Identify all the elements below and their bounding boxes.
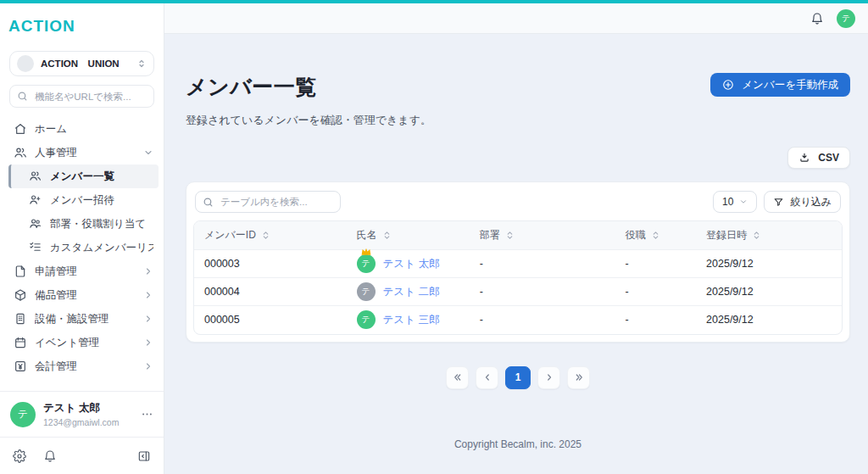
bell-icon[interactable] [43,449,57,463]
sidebar-item-home[interactable]: ホーム [0,117,164,141]
member-table-card: 10 絞り込み [186,181,850,343]
sidebar-item-label: 備品管理 [35,288,136,303]
search-icon [17,91,28,102]
sort-icon [752,231,761,240]
chevron-right-icon [143,290,153,300]
yen-square-icon [14,360,27,373]
table-search [195,191,341,213]
sort-icon [382,231,392,240]
role-cell: - [615,250,697,278]
sidebar-item-application-management[interactable]: 申請管理 [0,259,164,283]
member-id-cell: 000004 [194,278,347,306]
topbar: テ [164,3,868,34]
chevron-right-icon [143,361,153,371]
sidebar-user[interactable]: テ テスト 太郎 1234@gmaiwl.com [0,391,164,437]
create-member-button[interactable]: メンバーを手動作成 [710,73,850,97]
users-icon [14,146,27,159]
create-member-label: メンバーを手動作成 [742,78,838,92]
pagination: 1 [186,366,850,389]
table-search-input[interactable] [219,196,333,208]
sidebar-item-dept-role-assign[interactable]: 部署・役職割り当て [0,212,164,236]
member-avatar: テ [357,282,376,301]
search-icon [203,197,214,208]
copyright-text: Copyright Becalm, inc. 2025 [186,438,850,464]
pagination-page-1[interactable]: 1 [505,366,531,389]
sidebar-item-label: イベント管理 [35,336,136,350]
plus-circle-icon [722,79,734,91]
home-icon [14,122,27,136]
pagination-last-button[interactable] [567,366,590,389]
pagination-next-button[interactable] [537,366,560,389]
sidebar-item-member-invite[interactable]: メンバー招待 [0,188,164,212]
user-avatar: テ [10,402,36,427]
column-header-role[interactable]: 役職 [615,221,697,250]
member-table: メンバーID 氏名 部署 役職 登録日時 000003 [193,220,843,335]
download-icon [798,152,810,164]
registered-at-cell: 2025/9/12 [696,306,842,334]
column-header-name[interactable]: 氏名 [347,221,470,250]
pagination-prev-button[interactable] [476,366,498,389]
member-name-link[interactable]: テ テスト 二郎 [357,282,459,301]
sort-icon [651,231,660,240]
crown-icon [360,248,371,256]
filter-button[interactable]: 絞り込み [764,191,841,213]
csv-label: CSV [818,152,839,164]
building-icon [14,312,27,326]
org-selector[interactable]: ACTION UNION [9,51,154,76]
member-id-cell: 000005 [194,306,347,334]
calendar-icon [14,336,27,349]
sidebar-item-label: 申請管理 [35,265,136,279]
member-id-cell: 000003 [194,250,347,278]
package-icon [14,288,27,302]
chevron-down-icon [739,198,748,206]
sidebar-item-label: ホーム [35,122,153,137]
table-row: 000003 テ テスト 太郎 - - 2025/9/12 [194,250,842,278]
sidebar: ACTION ACTION UNION ホーム [0,3,164,474]
gear-icon[interactable] [13,449,26,463]
sidebar-item-equipment-management[interactable]: 備品管理 [0,283,164,307]
member-name-link[interactable]: テ テスト 太郎 [357,254,459,273]
org-name: ACTION UNION [41,58,130,70]
sidebar-item-label: メンバー一覧 [50,170,148,184]
document-icon [14,265,27,278]
chevron-down-icon [143,148,153,158]
users-icon [29,217,42,231]
users-icon [29,170,42,183]
sidebar-collapse-icon[interactable] [137,449,151,463]
sidebar-item-label: メンバー招待 [50,193,153,208]
csv-export-button[interactable]: CSV [787,147,850,169]
chevron-right-icon [143,266,153,276]
sidebar-item-label: 設備・施設管理 [35,312,136,326]
avatar[interactable]: テ [837,9,855,28]
page-size-select[interactable]: 10 [713,191,757,213]
sidebar-item-facility-management[interactable]: 設備・施設管理 [0,307,164,331]
sidebar-item-label: 会計管理 [35,360,136,374]
member-name-link[interactable]: テ テスト 三郎 [357,310,459,329]
sidebar-item-custom-member-list[interactable]: カスタムメンバーリスト管理 [0,236,164,259]
more-options-icon[interactable] [141,408,153,421]
sidebar-footer [0,437,164,474]
chevron-right-icon [143,337,153,348]
sidebar-search-input[interactable] [33,91,147,103]
sidebar-item-label: 部署・役職割り当て [50,217,153,231]
user-plus-icon [29,193,42,207]
sidebar-item-event-management[interactable]: イベント管理 [0,331,164,354]
department-cell: - [470,278,615,306]
app-root: ACTION ACTION UNION ホーム [0,0,868,474]
sidebar-nav: ホーム 人事管理 メンバー一覧 メンバー招待 部署・役職割り当 [0,109,164,391]
sidebar-item-member-list[interactable]: メンバー一覧 [8,165,159,188]
brand-logo: ACTION [0,3,164,42]
bell-icon[interactable] [810,12,824,25]
table-header-row: メンバーID 氏名 部署 役職 登録日時 [194,221,842,250]
sidebar-item-hr-management[interactable]: 人事管理 [0,141,164,165]
chevron-up-down-icon [136,59,147,69]
sort-icon [505,231,515,240]
column-header-member-id[interactable]: メンバーID [194,221,347,250]
column-header-department[interactable]: 部署 [470,221,615,250]
column-header-registered-at[interactable]: 登録日時 [696,221,842,250]
pagination-first-button[interactable] [446,366,469,389]
sidebar-item-accounting-management[interactable]: 会計管理 [0,354,164,378]
filter-label: 絞り込み [790,195,832,209]
member-avatar: テ [357,310,376,329]
department-cell: - [470,306,615,334]
